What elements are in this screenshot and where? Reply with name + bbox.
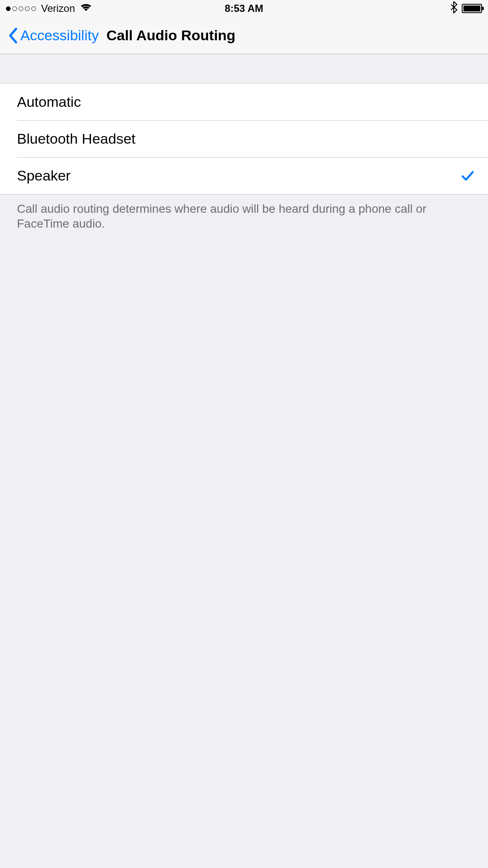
status-bar: Verizon 8:53 AM <box>0 0 488 17</box>
navigation-bar: Accessibility Call Audio Routing <box>0 17 488 54</box>
carrier-label: Verizon <box>41 3 75 14</box>
back-label: Accessibility <box>20 27 99 44</box>
option-speaker[interactable]: Speaker <box>0 157 488 194</box>
status-right <box>450 1 482 16</box>
routing-options-list: Automatic Bluetooth Headset Speaker <box>0 83 488 195</box>
wifi-icon <box>80 3 92 14</box>
clock: 8:53 AM <box>225 3 263 14</box>
page-title: Call Audio Routing <box>106 27 236 44</box>
back-button[interactable]: Accessibility <box>8 27 99 44</box>
battery-icon <box>462 4 482 13</box>
signal-strength-icon <box>6 6 36 11</box>
section-footer: Call audio routing determines where audi… <box>0 195 488 238</box>
checkmark-icon <box>461 169 474 183</box>
option-bluetooth-headset[interactable]: Bluetooth Headset <box>0 120 488 157</box>
option-label: Automatic <box>17 94 81 110</box>
status-left: Verizon <box>6 3 92 14</box>
section-spacer <box>0 54 488 83</box>
option-label: Bluetooth Headset <box>17 131 136 147</box>
bluetooth-icon <box>450 1 458 16</box>
chevron-left-icon <box>8 27 18 44</box>
option-automatic[interactable]: Automatic <box>0 83 488 120</box>
option-label: Speaker <box>17 167 71 184</box>
